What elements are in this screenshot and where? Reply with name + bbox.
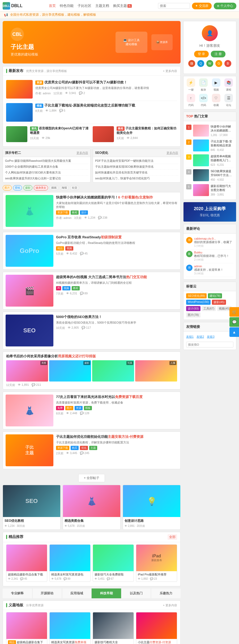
photo-item[interactable]: 人像 bbox=[135, 360, 177, 382]
post-views: 👁 1,884 bbox=[45, 109, 57, 113]
hot-tag-item[interactable]: WordPress(156) bbox=[186, 300, 211, 305]
tag-item[interactable]: 插画 bbox=[49, 185, 58, 190]
tab-all[interactable]: 全部 bbox=[168, 534, 177, 540]
other-social-icon[interactable]: G bbox=[215, 60, 222, 67]
top-post-meta: 450 · 4,502 bbox=[211, 178, 233, 181]
post-meta: 作者: admin 12天前 👁 3,941 💬 2 bbox=[35, 91, 177, 95]
post-time: 3天前 bbox=[117, 136, 124, 140]
nav-item-buy[interactable]: 购买主题热 bbox=[113, 3, 132, 8]
top-post-title[interactable]: 摄影后期技巧大全图文教程 bbox=[211, 184, 233, 192]
top-post-title[interactable]: SEO效果快速提升5000个方法合集 bbox=[211, 169, 233, 177]
list-item[interactable]: 子比主题如何快速实现SEO效果快速提升排名 bbox=[95, 164, 178, 170]
list-item[interactable]: 个人网站如何快速进行SEO的大量有效方法 bbox=[5, 170, 88, 176]
friend-link[interactable]: 友链1 bbox=[186, 335, 194, 338]
wechat-icon[interactable]: W bbox=[206, 60, 213, 67]
func-item-code[interactable]: </> 代码 bbox=[198, 94, 209, 107]
friend-link[interactable]: 友链3 bbox=[207, 335, 214, 338]
ad-banner-widget[interactable]: 2020 上云采购季 享好礼 领优惠 bbox=[183, 202, 236, 222]
qq-icon[interactable]: Q bbox=[197, 60, 204, 67]
code-icon: </> bbox=[199, 94, 208, 102]
community-item[interactable]: 精品 超级精品摄影合集下载 👁 2,341 · 💬 45 bbox=[6, 612, 47, 644]
func-item-yijian[interactable]: ⚡ 一键 bbox=[186, 78, 196, 92]
top-post-title[interactable]: 快捷帮小伙伴解决火焰燃烧图案的学习！6 个好看颜色/主意 bbox=[211, 125, 233, 133]
community-item[interactable]: 精选美女写真资源免费来领取资源 👁 5,678 · 💬 89 bbox=[49, 612, 91, 644]
func-item-post[interactable]: 📄 板块 bbox=[198, 78, 209, 92]
func-item-course[interactable]: 📚 课程 bbox=[224, 78, 234, 92]
community-item-image: iPad 新款发布 bbox=[136, 545, 177, 571]
list-item[interactable]: 1000个企业都用到的建站工具资源大合集 bbox=[5, 164, 88, 170]
weibo-icon[interactable]: 微 bbox=[188, 60, 195, 67]
featured-more-link[interactable]: 更多内容 bbox=[76, 151, 88, 155]
hero-banner[interactable]: CBL 子比主题 更优雅的建站模板 💻 设计工具建站模板 📦 资源库 bbox=[3, 21, 181, 63]
photo-item[interactable]: 写真 bbox=[92, 360, 134, 382]
big-post-stats: 10天前 👁 2,805 💬 117 bbox=[56, 326, 178, 330]
stat-time: 10天前 bbox=[56, 326, 65, 330]
community-item[interactable]: 超级精品摄影作品合集下载 👁 2,341 · 💬 45 bbox=[6, 544, 47, 582]
friends-search-input[interactable] bbox=[186, 342, 233, 348]
nav-item-home[interactable]: 首页 bbox=[49, 3, 56, 8]
community-item[interactable]: 精选美女时装写真资源包 👁 5,678 · 💬 89 bbox=[49, 544, 91, 582]
nav-item-community[interactable]: 子比社区 bbox=[78, 3, 91, 8]
tag-item[interactable]: 海报 bbox=[60, 185, 69, 190]
community-item-title: 小比主题付费资源-付资源 bbox=[138, 640, 175, 644]
float-btn-chat[interactable]: 💬 bbox=[229, 317, 239, 327]
github-icon[interactable]: B bbox=[224, 60, 231, 67]
tag-item[interactable]: 壁纸 bbox=[13, 185, 22, 190]
list-item[interactable]: GoPro 摄影功能和Rawshoot功能强大实用最佳方案 bbox=[5, 158, 88, 164]
site-logo[interactable]: DBLL DBLL bbox=[3, 2, 23, 10]
list-item[interactable]: PDF子比主题如何安装PDF一键转换功能方法 bbox=[95, 158, 178, 164]
post-tag: 模板 bbox=[84, 406, 92, 410]
friend-link[interactable]: 友链2 bbox=[197, 335, 204, 338]
search-input[interactable] bbox=[158, 3, 190, 9]
community-item[interactable]: 摄影技巧大全免费获取 👁 3,451 · 💬 67 bbox=[93, 544, 134, 582]
login-button[interactable]: ✦ 交流群 bbox=[192, 3, 211, 9]
list-item[interactable]: seo效果快速提升的3大核心法则一定要记住 bbox=[5, 176, 88, 181]
community-more-link[interactable]: + 更多内容 bbox=[163, 603, 177, 607]
sidebar-login-button[interactable]: 登 录 bbox=[194, 51, 209, 57]
big-post-desc: 子比主题初始化优化教程，详解安装步骤和功能配置方法 bbox=[56, 440, 178, 444]
tag-item[interactable]: 社交 bbox=[70, 185, 79, 190]
nav-item-docs[interactable]: 主题文档 bbox=[95, 3, 109, 8]
list-item[interactable]: 如何快速建站并且排名到首页关键字排名 bbox=[95, 170, 178, 176]
top-post-title[interactable]: 超级简单AI视频拍摄教程入门指南 bbox=[211, 154, 233, 163]
sidebar-register-button[interactable]: 注 册 bbox=[211, 51, 225, 57]
hot-tag-item[interactable]: 建站(78) bbox=[208, 293, 222, 298]
community-item[interactable]: 摄影技巧教程大全 👁 3,234 · 💬 34 bbox=[93, 612, 134, 644]
tag-item[interactable]: 健身美女 bbox=[34, 185, 48, 190]
float-btn-top[interactable]: 🛒 bbox=[229, 307, 239, 317]
tag-item[interactable]: 摄影 bbox=[23, 185, 32, 190]
hot-tag-item[interactable]: 摄影(45) bbox=[212, 300, 226, 305]
community-item[interactable]: iPad 新款发布 iPad Pro最新配件推荐 👁 1,892 · 💬 23 bbox=[136, 544, 177, 582]
tab-nav-professional[interactable]: 专业解释 bbox=[3, 588, 32, 598]
float-btn-back-top[interactable]: ▲ bbox=[229, 327, 239, 337]
func-item-favorite[interactable]: ♡ 收藏 bbox=[211, 94, 221, 107]
tab-nav-tech[interactable]: 科技早期 bbox=[92, 588, 121, 598]
register-button[interactable]: ⊕ 个人中心 bbox=[214, 3, 236, 9]
tag-item[interactable]: 图片 bbox=[3, 185, 12, 190]
func-item-upload[interactable]: ↑ 代码 bbox=[186, 94, 196, 107]
load-more-button[interactable]: + 全部帖子 bbox=[78, 474, 105, 482]
hot-tag-item[interactable]: SEO优化(89) bbox=[186, 293, 207, 298]
tab-nav-opensource[interactable]: 开源驱动 bbox=[32, 588, 62, 598]
community-item[interactable]: 小比主题付费资源-付资源 👁 1,234 · 💬 12 bbox=[136, 612, 177, 644]
top-post-title[interactable]: 子比主题下载-安装教程精品资源 bbox=[211, 139, 233, 148]
featured-more-link[interactable]: 更多内容 bbox=[167, 151, 178, 155]
big-post-tags: 资源下载 购买 优化 主题 bbox=[56, 446, 178, 450]
community-item-meta: 👁 5,678 · 💬 89 bbox=[51, 577, 89, 580]
big-post-content: 超级简单的AI拍视频 大力三选成二简单书方法热门交互功能 AI视频拍摄的最简单方… bbox=[56, 275, 178, 307]
list-item[interactable]: seo如何快速入门，快速学会SEO优化技巧 bbox=[95, 176, 178, 181]
hot-tag-item[interactable]: 图片(78) bbox=[186, 312, 200, 317]
photo-item[interactable]: 美图 bbox=[6, 360, 48, 382]
photo-item[interactable]: 摄影 bbox=[49, 360, 91, 382]
latest-more-link[interactable]: + 更多内容 bbox=[163, 69, 177, 73]
community-item-body: 小比主题付费资源-付资源 👁 1,234 · 💬 12 bbox=[136, 639, 177, 644]
hot-tag-item[interactable]: 工具(67) bbox=[202, 306, 216, 311]
func-item-forum[interactable]: ☰ 论坛 bbox=[224, 94, 234, 107]
tab-nav-fun[interactable]: 乐趣热力 bbox=[151, 588, 181, 598]
nav-item-features[interactable]: 特色功能 bbox=[60, 3, 74, 8]
float-action-buttons[interactable]: 🛒 💬 ▲ bbox=[229, 307, 239, 337]
tab-nav-apps[interactable]: 应用场域 bbox=[62, 588, 92, 598]
func-item-video[interactable]: ▶ 视频 bbox=[211, 78, 221, 92]
tab-nav-forum[interactable]: 以及热门 bbox=[121, 588, 151, 598]
hot-tag-item[interactable]: 设计(93) bbox=[186, 306, 200, 311]
